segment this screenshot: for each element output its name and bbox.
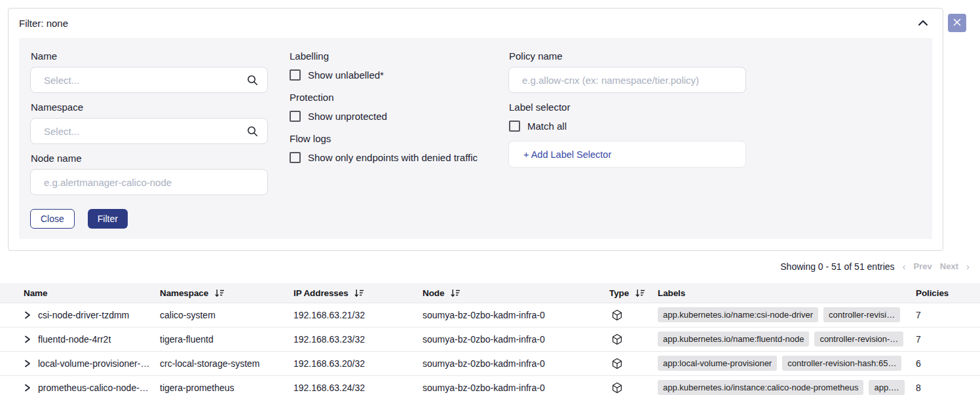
column-label: Name <box>24 288 47 298</box>
column-header-namespace[interactable]: Namespace <box>160 283 293 303</box>
show-unprotected-checkbox[interactable] <box>290 111 301 122</box>
column-header-policies: Policies <box>911 283 980 303</box>
endpoint-namespace: tigera-fluentd <box>160 327 293 351</box>
sort-icon <box>629 288 645 297</box>
endpoints-table: NameNamespace IP Addresses Node Type Lab… <box>0 283 980 395</box>
policy-name-field-label: Policy name <box>509 50 746 62</box>
label-chip: app.kubernetes.io/instance:calico-node-p… <box>658 380 863 395</box>
column-header-ip-addresses[interactable]: IP Addresses <box>293 283 423 303</box>
denied-traffic-row: Show only endpoints with denied traffic <box>290 152 487 163</box>
match-all-checkbox[interactable] <box>509 121 520 132</box>
close-button[interactable]: Close <box>30 209 75 229</box>
protection-heading: Protection <box>290 92 487 103</box>
filter-panel: Filter: none Name Namespace <box>8 8 943 251</box>
name-select[interactable] <box>30 67 268 93</box>
label-chip: app.… <box>869 380 904 395</box>
name-select-input[interactable] <box>44 75 247 86</box>
pagination: Showing 0 - 51 of 51 entries ‹ Prev Next… <box>780 261 970 272</box>
expand-row-icon[interactable] <box>24 335 31 344</box>
endpoint-namespace: crc-local-storage-system <box>160 351 293 375</box>
endpoint-node: soumya-bz-0zbo-kadm-infra-0 <box>423 375 606 395</box>
show-unlabelled-checkbox[interactable] <box>290 69 301 81</box>
endpoint-labels: app.kubernetes.io/name:csi-node-driverco… <box>655 303 911 327</box>
endpoint-labels: app.kubernetes.io/name:fluentd-nodecontr… <box>655 327 911 351</box>
match-all-label: Match all <box>527 121 567 132</box>
table-row[interactable]: fluentd-node-4rr2t tigera-fluentd 192.16… <box>0 327 980 351</box>
endpoint-ip: 192.168.63.20/32 <box>293 351 423 375</box>
label-selector-heading: Label selector <box>509 102 746 113</box>
pod-type-icon <box>611 358 623 369</box>
next-arrow-icon[interactable]: › <box>966 261 970 272</box>
search-icon <box>247 75 258 86</box>
column-label: Labels <box>658 288 685 298</box>
namespace-select-input[interactable] <box>44 126 247 137</box>
column-header-name: Name <box>0 283 160 303</box>
endpoint-name: csi-node-driver-tzdmm <box>38 310 129 320</box>
label-chip: app.kubernetes.io/name:fluentd-node <box>658 331 809 347</box>
endpoint-policies: 6 <box>911 351 980 375</box>
label-chip: controller-revisi… <box>823 307 900 322</box>
filter-title: Filter: none <box>19 18 68 29</box>
node-name-field[interactable] <box>30 169 268 195</box>
prev-button[interactable]: Prev <box>914 261 932 271</box>
pod-type-icon <box>611 309 623 321</box>
column-header-type[interactable]: Type <box>606 283 655 303</box>
show-unprotected-label: Show unprotected <box>308 111 387 122</box>
chevron-up-icon <box>918 18 928 28</box>
endpoint-policies: 8 <box>911 375 980 395</box>
table-row[interactable]: csi-node-driver-tzdmm calico-system 192.… <box>0 303 980 327</box>
endpoint-node: soumya-bz-0zbo-kadm-infra-0 <box>423 303 606 327</box>
column-label: IP Addresses <box>293 288 349 298</box>
pod-type-icon <box>611 382 623 394</box>
node-name-input[interactable] <box>44 177 258 188</box>
endpoint-labels: app:local-volume-provisionercontroller-r… <box>655 351 911 375</box>
policy-name-field[interactable] <box>508 67 746 93</box>
show-unprotected-row: Show unprotected <box>290 111 487 122</box>
endpoint-name: local-volume-provisioner-… <box>38 358 149 369</box>
expand-row-icon[interactable] <box>24 310 31 320</box>
endpoint-ip: 192.168.63.23/32 <box>293 327 423 351</box>
table-row[interactable]: prometheus-calico-node-… tigera-promethe… <box>0 375 980 395</box>
endpoint-node: soumya-bz-0zbo-kadm-infra-0 <box>423 327 606 351</box>
table-header-row: NameNamespace IP Addresses Node Type Lab… <box>0 283 980 303</box>
flow-logs-heading: Flow logs <box>290 133 487 144</box>
match-all-row: Match all <box>509 121 746 132</box>
endpoint-policies: 7 <box>911 303 980 327</box>
add-label-selector-button[interactable]: + Add Label Selector <box>508 141 746 168</box>
filter-button[interactable]: Filter <box>88 209 128 229</box>
filter-form: Name Namespace Node name Close Filt <box>19 38 932 239</box>
label-chip: controller-revision-hash:65… <box>782 356 901 371</box>
labelling-heading: Labelling <box>290 50 487 62</box>
endpoint-name: prometheus-calico-node-… <box>38 383 149 393</box>
table-row[interactable]: local-volume-provisioner-… crc-local-sto… <box>0 351 980 375</box>
sort-icon <box>349 288 365 297</box>
expand-row-icon[interactable] <box>24 359 31 368</box>
endpoint-labels: app.kubernetes.io/instance:calico-node-p… <box>655 375 911 395</box>
column-label: Namespace <box>160 288 208 298</box>
column-header-labels: Labels <box>655 283 911 303</box>
show-unlabelled-label: Show unlabelled* <box>308 69 384 81</box>
collapse-panel-button[interactable] <box>918 18 928 28</box>
endpoint-namespace: tigera-prometheus <box>160 375 293 395</box>
endpoint-namespace: calico-system <box>160 303 293 327</box>
denied-traffic-checkbox[interactable] <box>290 152 301 163</box>
close-icon <box>953 18 961 28</box>
policy-name-input[interactable] <box>522 75 736 86</box>
column-label: Policies <box>916 288 949 298</box>
sort-icon <box>208 288 225 297</box>
filter-actions: Close Filter <box>30 209 268 229</box>
column-label: Node <box>423 288 444 298</box>
namespace-field-label: Namespace <box>31 102 268 113</box>
search-icon <box>247 126 258 137</box>
namespace-select[interactable] <box>30 118 268 144</box>
next-button[interactable]: Next <box>940 261 958 271</box>
endpoint-name: fluentd-node-4rr2t <box>38 334 111 345</box>
filter-panel-header: Filter: none <box>9 9 943 38</box>
column-header-node[interactable]: Node <box>423 283 606 303</box>
dismiss-filter-button[interactable] <box>948 14 966 32</box>
table-body: csi-node-driver-tzdmm calico-system 192.… <box>0 303 980 395</box>
prev-arrow-icon[interactable]: ‹ <box>903 261 906 272</box>
label-chip: app.kubernetes.io/name:csi-node-driver <box>658 307 818 322</box>
endpoint-policies: 7 <box>911 327 980 351</box>
expand-row-icon[interactable] <box>24 383 31 392</box>
